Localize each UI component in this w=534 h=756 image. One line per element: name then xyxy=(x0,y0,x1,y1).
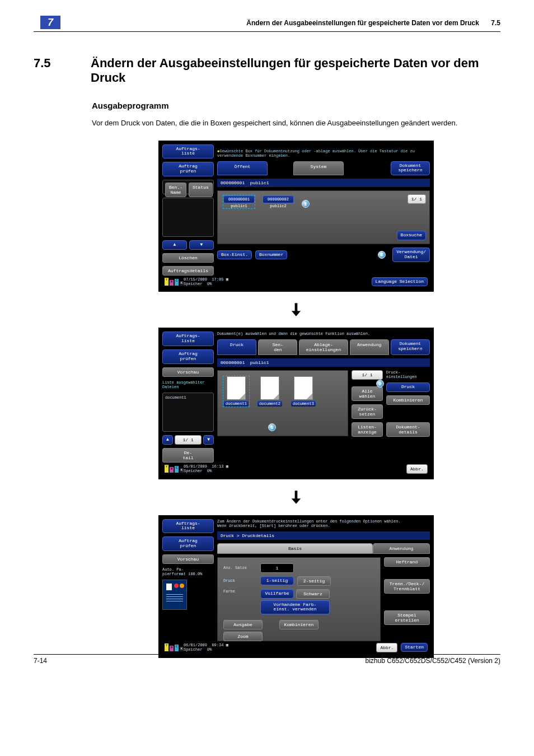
callout-1-icon: 1 xyxy=(302,200,310,208)
save-document-button[interactable]: Dokument speichern xyxy=(391,161,430,176)
doc-item-1[interactable]: document1 xyxy=(223,376,249,407)
box-strip: 000000001 public1 xyxy=(217,358,430,367)
print-settings-label: Druck- einstellungen xyxy=(386,370,430,379)
doc-grid: document1 document2 document3 1 xyxy=(217,370,348,436)
footer-datetime: 06/01/2009 09:34 ▦ Speicher 0% xyxy=(184,643,228,652)
breadcrumb: Druck > Druckdetails xyxy=(217,531,430,540)
header-rule xyxy=(34,31,500,32)
doc-page-indicator: 1/ 1 xyxy=(352,370,383,380)
tab-application[interactable]: Anwendung xyxy=(350,339,389,355)
doc-details-button[interactable]: Dokument- details xyxy=(386,422,430,437)
copies-value[interactable]: 1 xyxy=(260,563,294,573)
binding-margin-button[interactable]: Heftrand xyxy=(384,557,430,567)
selected-files-list: document1 xyxy=(162,393,214,432)
section-number: 7.5 xyxy=(34,56,67,85)
zoom-button[interactable]: Zoom xyxy=(223,632,263,641)
select-all-button[interactable]: Alle wählen xyxy=(352,386,383,401)
two-sided-button[interactable]: 2-seitig xyxy=(297,576,331,586)
selected-files-label: Liste ausgewählter Dateien xyxy=(162,380,214,389)
start-button[interactable]: Starten xyxy=(401,643,428,652)
language-selection-button[interactable]: Language Selection xyxy=(372,277,428,287)
page-indicator: 1/ 1 xyxy=(175,435,202,445)
reset-button[interactable]: Zurück- setzen xyxy=(352,404,383,419)
running-head: Ändern der Ausgabeeinstellungen für gesp… xyxy=(246,19,500,27)
tab-system[interactable]: System xyxy=(293,161,344,176)
cover-sheet-button[interactable]: Trenn./Deck-/ Trennblatt xyxy=(384,579,430,594)
screenshot-doc-select: Auftrags- liste Auftrag prüfen Vorschau … xyxy=(158,328,434,479)
check-job-button[interactable]: Auftrag prüfen xyxy=(162,536,214,551)
check-job-button[interactable]: Auftrag prüfen xyxy=(162,349,214,364)
jobs-list-button[interactable]: Auftrags- liste xyxy=(162,144,214,159)
hint-text: Zum Ändern der Dokumentdruckeinstellunge… xyxy=(217,519,430,528)
print-button[interactable]: Druck xyxy=(386,382,430,392)
callout-2-icon: 2 xyxy=(378,251,386,259)
toner-indicator: YMCK xyxy=(165,643,184,651)
color-label: Farbe xyxy=(223,589,257,594)
preview-button[interactable]: Vorschau xyxy=(162,367,214,377)
chapter-tab: 7 xyxy=(40,16,60,29)
callout-2-icon: 2 xyxy=(376,380,384,388)
detail-button[interactable]: De- tail xyxy=(162,448,214,463)
combine-button[interactable]: Kombinieren xyxy=(279,620,318,629)
tab-send[interactable]: Sen- den xyxy=(258,339,297,355)
flow-arrow-icon xyxy=(288,302,304,318)
intro-paragraph: Vor dem Druck von Daten, die die in Boxe… xyxy=(92,118,500,128)
col-status[interactable]: Status xyxy=(189,183,213,197)
list-view-button[interactable]: Listen- anzeige xyxy=(352,422,383,437)
box-search-button[interactable]: Boxsuche xyxy=(397,231,426,240)
job-details-button[interactable]: Auftragsdetails xyxy=(162,266,214,276)
scroll-down-button[interactable]: ▼ xyxy=(203,435,214,445)
stamp-button[interactable]: Stempel erstellen xyxy=(384,610,430,625)
screenshot-box-list: Auftrags- liste Auftrag prüfen Ben.- Nam… xyxy=(158,141,434,292)
screenshot-print-details: Auftrags- liste Auftrag prüfen Vorschau … xyxy=(158,515,434,658)
section-title: Ändern der Ausgabeeinstellungen für gesp… xyxy=(91,56,500,85)
subsection-heading: Ausgabeprogramm xyxy=(92,101,500,110)
running-secnum: 7.5 xyxy=(491,19,500,27)
tab-application[interactable]: Anwendung xyxy=(373,543,430,554)
save-document-button[interactable]: Dokument speichern xyxy=(391,339,430,355)
output-button[interactable]: Ausgabe xyxy=(223,620,263,629)
tab-public[interactable]: Öffent xyxy=(217,161,268,176)
fullcolor-button[interactable]: Vollfarbe xyxy=(260,589,294,599)
preview-thumbnail xyxy=(162,580,187,610)
footer-datetime: 07/15/2009 17:05 ▦ Speicher 0% xyxy=(184,277,228,286)
doc-item-2[interactable]: document2 xyxy=(257,376,283,407)
doc-item-3[interactable]: document3 xyxy=(291,376,316,407)
scroll-up-button[interactable]: ▲ xyxy=(162,240,187,250)
box-grid: 000000001 public1 000000002 public2 1 1/… xyxy=(217,190,430,244)
box-item-1[interactable]: 000000001 public1 xyxy=(223,195,255,208)
one-sided-button[interactable]: 1-seitig xyxy=(260,576,294,586)
scroll-down-button[interactable]: ▼ xyxy=(189,240,214,250)
combine-button[interactable]: Kombinieren xyxy=(386,395,430,405)
tab-print[interactable]: Druck xyxy=(217,339,256,355)
box-settings-button[interactable]: Box-Einst. xyxy=(217,250,252,260)
check-job-button[interactable]: Auftrag prüfen xyxy=(162,162,214,176)
box-number-button[interactable]: Boxnummer xyxy=(255,250,287,260)
box-item-2[interactable]: 000000002 public2 xyxy=(263,195,294,208)
preview-button[interactable]: Vorschau xyxy=(162,554,214,564)
use-file-button[interactable]: Verwendung/ Datei xyxy=(392,248,430,262)
black-button[interactable]: Schwarz xyxy=(296,589,330,599)
cancel-button[interactable]: Abbr. xyxy=(376,643,397,652)
box-strip: 000000001 public1 xyxy=(217,179,430,187)
use-existing-color-button[interactable]: Vorhandene Farb- einst. verwenden xyxy=(260,600,330,615)
toner-indicator: YMCK xyxy=(165,465,184,473)
auto-paper-label: Auto. Pa- pierformat 100.0% xyxy=(162,567,214,576)
page-indicator: 1/ 1 xyxy=(407,194,426,204)
cancel-button[interactable]: Abbr. xyxy=(406,464,428,474)
footer-datetime: 05/01/2009 16:13 ▦ Speicher 0% xyxy=(184,464,228,473)
section-heading: 7.5 Ändern der Ausgabeeinstellungen für … xyxy=(34,56,500,85)
jobs-list-button[interactable]: Auftrags- liste xyxy=(162,519,214,534)
hint-text: ◆Gewünschte Box für Dokumentnutzung oder… xyxy=(217,144,430,158)
jobs-list-button[interactable]: Auftrags- liste xyxy=(162,332,214,346)
col-username[interactable]: Ben.- Name xyxy=(165,183,186,197)
page-footer: 7-14 bizhub C652/C652DS/C552/C452 (Versi… xyxy=(34,654,500,665)
tab-basis[interactable]: Basis xyxy=(217,543,373,554)
tab-filing[interactable]: Ablage- einstellungen xyxy=(299,339,348,355)
product-line: bizhub C652/C652DS/C552/C452 (Version 2) xyxy=(366,657,500,665)
hint-text: Dokument(e) auswählen und dann die gewün… xyxy=(217,332,430,336)
copies-label: Anz. Sätze xyxy=(223,566,257,570)
flow-arrow-icon xyxy=(288,489,304,505)
delete-button[interactable]: Löschen xyxy=(162,253,214,263)
scroll-up-button[interactable]: ▲ xyxy=(162,435,173,445)
